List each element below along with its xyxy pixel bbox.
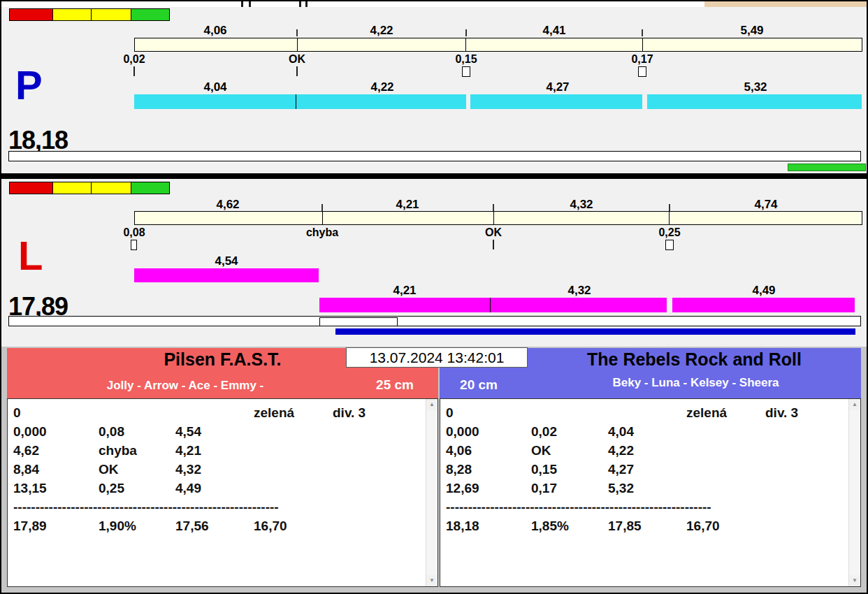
run-time-label: 4,49 bbox=[722, 284, 806, 298]
result-row: 0,000 0,08 4,54 bbox=[13, 422, 437, 441]
light-yellow bbox=[91, 182, 131, 194]
split-time-label: 4,41 bbox=[512, 24, 596, 38]
result-cell bbox=[686, 460, 765, 479]
timestamp-display: 13.07.2024 13:42:01 bbox=[346, 347, 528, 368]
result-cell: 0,000 bbox=[446, 422, 531, 441]
run-segment bbox=[491, 298, 667, 312]
result-cell: 12,69 bbox=[446, 479, 531, 498]
result-cell bbox=[686, 422, 765, 441]
split-time-label: 5,49 bbox=[710, 24, 794, 38]
teams-section: 13.07.2024 13:42:01 Pilsen F.A.S.T. Joll… bbox=[1, 347, 867, 593]
result-cell bbox=[99, 403, 175, 422]
run-time-label: 4,54 bbox=[185, 254, 268, 268]
split-time-label: 4,74 bbox=[724, 198, 808, 212]
split-time-label: 4,32 bbox=[540, 198, 623, 212]
result-cell: 0,15 bbox=[531, 460, 608, 479]
light-red bbox=[9, 8, 53, 21]
lane-progress-track bbox=[8, 151, 861, 161]
separator-row: ----------------------------------------… bbox=[446, 498, 720, 516]
run-segment bbox=[134, 94, 296, 109]
result-row: 0,000 0,02 4,04 bbox=[446, 422, 860, 441]
team-result-area[interactable]: 0 zelená div. 3 0,000 0,02 4,04 4,06 OK bbox=[440, 398, 861, 587]
run-time-bar bbox=[134, 94, 862, 109]
result-cell: 0,25 bbox=[99, 479, 175, 498]
scroll-up-button[interactable]: ▲ bbox=[849, 399, 860, 410]
result-cell: chyba bbox=[99, 441, 175, 460]
result-cell: 4,21 bbox=[175, 441, 254, 460]
result-cell: zelená bbox=[686, 403, 765, 422]
vertical-scrollbar[interactable]: ▲ ▼ bbox=[848, 399, 860, 586]
result-row: 13,15 0,25 4,49 bbox=[13, 479, 437, 498]
arrow-up-icon: ▲ bbox=[852, 401, 858, 407]
run-time-label: 5,32 bbox=[714, 80, 797, 94]
result-row: 12,69 0,17 5,32 bbox=[446, 479, 860, 498]
lane-letter: L bbox=[18, 236, 43, 275]
lane-divider bbox=[1, 173, 867, 179]
light-yellow bbox=[91, 8, 131, 21]
penalty-marker-box bbox=[462, 66, 470, 77]
total-net-time: 17,85 bbox=[608, 516, 686, 535]
team-panel-left: Pilsen F.A.S.T. Jolly - Arrow - Ace - Em… bbox=[7, 348, 438, 587]
result-cell: 0,08 bbox=[99, 422, 175, 441]
change-marker-line bbox=[296, 66, 298, 76]
result-cell: 5,32 bbox=[608, 479, 686, 498]
change-marker-line bbox=[493, 240, 494, 249]
team-members: Beky - Luna - Kelsey - Sheera bbox=[530, 376, 861, 390]
run-segment bbox=[672, 298, 855, 312]
arrow-up-icon: ▲ bbox=[429, 401, 435, 407]
result-cell bbox=[531, 403, 608, 422]
run-segment bbox=[319, 298, 491, 312]
result-cell: 0,02 bbox=[531, 422, 608, 441]
totals-row: 18,18 1,85% 17,85 16,70 bbox=[446, 516, 860, 535]
result-row: 0 zelená div. 3 bbox=[13, 403, 437, 422]
split-segment bbox=[670, 212, 862, 224]
split-segment bbox=[135, 38, 298, 51]
progress-bar-green bbox=[788, 164, 866, 171]
status-lights bbox=[10, 8, 170, 21]
result-cell: 4,62 bbox=[13, 441, 99, 460]
result-cell: 4,06 bbox=[446, 441, 531, 460]
result-cell: 8,28 bbox=[446, 460, 531, 479]
penalty-marker-box bbox=[131, 240, 137, 250]
split-time-label: 4,62 bbox=[186, 198, 270, 212]
timing-app-window: P 18,18 4,06 4,22 4,41 5,49 0,02 OK 0,15… bbox=[0, 0, 868, 594]
run-time-bar bbox=[319, 298, 855, 312]
result-row: 8,84 OK 4,32 bbox=[13, 460, 437, 479]
result-cell bbox=[254, 479, 333, 498]
jump-height-badge: 25 cm bbox=[360, 377, 430, 393]
run-segment bbox=[134, 268, 319, 282]
totals-row: 17,89 1,90% 17,56 16,70 bbox=[13, 516, 437, 535]
run-segment bbox=[296, 94, 466, 109]
team-name: The Rebels Rock and Roll bbox=[528, 349, 861, 370]
change-label: 0,17 bbox=[607, 53, 677, 66]
light-yellow bbox=[52, 8, 92, 21]
team-members: Jolly - Arrow - Ace - Emmy - bbox=[42, 379, 328, 393]
light-green bbox=[131, 8, 170, 21]
team-result-area[interactable]: 0 zelená div. 3 0,000 0,08 4,54 4,62 chy… bbox=[7, 398, 438, 587]
result-cell bbox=[686, 441, 765, 460]
change-label: 0,02 bbox=[99, 53, 169, 66]
result-cell: 4,27 bbox=[608, 460, 686, 479]
change-label: 0,15 bbox=[431, 53, 501, 66]
lane-letter: P bbox=[15, 66, 43, 105]
progress-marker-box bbox=[319, 317, 398, 326]
change-label: chyba bbox=[287, 226, 357, 239]
scroll-up-button[interactable]: ▲ bbox=[426, 399, 437, 410]
vertical-scrollbar[interactable]: ▲ ▼ bbox=[426, 399, 437, 586]
run-time-label: 4,27 bbox=[516, 80, 600, 94]
result-cell: 0 bbox=[446, 403, 531, 422]
total-time: 18,18 bbox=[446, 516, 531, 535]
split-segment bbox=[643, 38, 862, 51]
arrow-down-icon: ▼ bbox=[429, 577, 435, 584]
team-panel-right: The Rebels Rock and Roll Beky - Luna - K… bbox=[440, 348, 861, 587]
split-segment bbox=[323, 212, 494, 224]
total-net-time: 17,56 bbox=[175, 516, 254, 535]
status-lights bbox=[10, 182, 170, 194]
result-cell: 4,32 bbox=[175, 460, 254, 479]
change-marker-line bbox=[133, 66, 135, 76]
light-green bbox=[131, 182, 170, 194]
split-segment bbox=[494, 212, 670, 224]
penalty-marker-box bbox=[638, 66, 646, 77]
scroll-down-button[interactable]: ▼ bbox=[426, 575, 437, 586]
scroll-down-button[interactable]: ▼ bbox=[849, 575, 860, 586]
